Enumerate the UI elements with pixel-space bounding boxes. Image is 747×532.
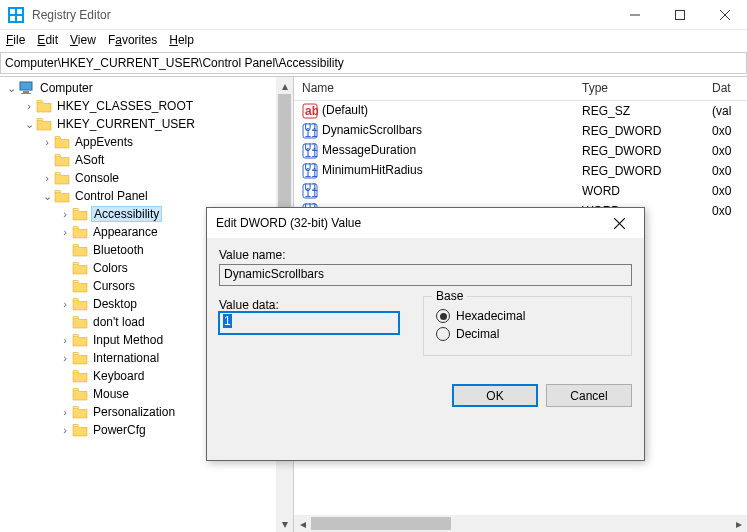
folder-icon: [54, 189, 70, 203]
folder-icon: [36, 99, 52, 113]
radio-icon: [436, 309, 450, 323]
svg-text:110: 110: [305, 186, 319, 199]
chevron-right-icon[interactable]: ›: [58, 352, 72, 364]
value-type: REG_DWORD: [574, 163, 704, 179]
value-name: DynamicScrollbars: [322, 123, 422, 137]
tree-item[interactable]: ›HKEY_CLASSES_ROOT: [0, 97, 293, 115]
svg-text:110: 110: [305, 166, 319, 179]
chevron-right-icon[interactable]: ›: [58, 298, 72, 310]
close-button[interactable]: [702, 0, 747, 30]
list-item[interactable]: 011110DynamicScrollbarsREG_DWORD0x0: [294, 121, 747, 141]
radio-hex[interactable]: Hexadecimal: [436, 309, 619, 323]
tree-label: Keyboard: [91, 369, 146, 383]
tree-label: Appearance: [91, 225, 160, 239]
scroll-left-icon[interactable]: ◂: [294, 515, 311, 532]
list-item[interactable]: 011110WORD0x0: [294, 181, 747, 201]
tree-label: Mouse: [91, 387, 131, 401]
tree-item[interactable]: ›AppEvents: [0, 133, 293, 151]
radio-hex-label: Hexadecimal: [456, 309, 525, 323]
tree-item[interactable]: ›Console: [0, 169, 293, 187]
tree-label: Accessibility: [91, 206, 162, 222]
string-value-icon: ab: [302, 103, 318, 119]
folder-icon: [72, 297, 88, 311]
maximize-button[interactable]: [657, 0, 702, 30]
chevron-right-icon[interactable]: ›: [22, 100, 36, 112]
svg-text:110: 110: [305, 126, 319, 139]
chevron-right-icon[interactable]: ›: [58, 334, 72, 346]
col-type[interactable]: Type: [574, 77, 704, 100]
value-name: MessageDuration: [322, 143, 416, 157]
value-type: REG_DWORD: [574, 123, 704, 139]
tree-label: Computer: [38, 81, 95, 95]
folder-icon: [72, 423, 88, 437]
svg-rect-9: [20, 82, 32, 90]
chevron-right-icon[interactable]: ›: [40, 136, 54, 148]
menubar: File Edit View Favorites Help: [0, 30, 747, 50]
menu-file[interactable]: File: [6, 33, 25, 47]
chevron-right-icon[interactable]: ›: [40, 172, 54, 184]
value-data: 0x0: [704, 163, 747, 179]
tree-label: Personalization: [91, 405, 177, 419]
tree-item[interactable]: ASoft: [0, 151, 293, 169]
ok-button[interactable]: OK: [452, 384, 538, 407]
chevron-down-icon[interactable]: ⌄: [22, 118, 36, 131]
folder-icon: [36, 117, 52, 131]
list-item[interactable]: 011110MessageDurationREG_DWORD0x0: [294, 141, 747, 161]
col-data[interactable]: Dat: [704, 77, 747, 100]
list-header: Name Type Dat: [294, 77, 747, 101]
binary-value-icon: 011110: [302, 183, 318, 199]
svg-rect-2: [17, 9, 22, 14]
chevron-right-icon[interactable]: ›: [58, 226, 72, 238]
tree-item[interactable]: ⌄Control Panel: [0, 187, 293, 205]
list-item[interactable]: 011110MinimumHitRadiusREG_DWORD0x0: [294, 161, 747, 181]
dialog-close-button[interactable]: [603, 208, 635, 238]
folder-icon: [54, 171, 70, 185]
menu-edit[interactable]: Edit: [37, 33, 58, 47]
chevron-right-icon[interactable]: ›: [58, 424, 72, 436]
tree-label: don't load: [91, 315, 147, 329]
value-data-input[interactable]: 1: [219, 312, 399, 334]
tree-item[interactable]: ⌄HKEY_CURRENT_USER: [0, 115, 293, 133]
list-h-scrollbar[interactable]: ◂ ▸: [294, 515, 747, 532]
value-name: (Default): [322, 103, 368, 117]
folder-icon: [72, 243, 88, 257]
folder-icon: [72, 351, 88, 365]
radio-dec[interactable]: Decimal: [436, 327, 619, 341]
address-bar[interactable]: Computer\HKEY_CURRENT_USER\Control Panel…: [0, 52, 747, 74]
svg-rect-11: [21, 93, 31, 94]
chevron-down-icon[interactable]: ⌄: [4, 82, 18, 95]
col-name[interactable]: Name: [294, 77, 574, 100]
folder-icon: [54, 135, 70, 149]
value-list[interactable]: ab(Default)REG_SZ(val011110DynamicScroll…: [294, 101, 747, 221]
value-type: REG_DWORD: [574, 143, 704, 159]
chevron-down-icon[interactable]: ⌄: [40, 190, 54, 203]
chevron-right-icon[interactable]: ›: [58, 208, 72, 220]
radio-icon: [436, 327, 450, 341]
value-data: 0x0: [704, 123, 747, 139]
folder-icon: [72, 405, 88, 419]
cancel-button[interactable]: Cancel: [546, 384, 632, 407]
tree-label: PowerCfg: [91, 423, 148, 437]
radio-dec-label: Decimal: [456, 327, 499, 341]
minimize-button[interactable]: [612, 0, 657, 30]
value-name-label: Value name:: [219, 248, 632, 262]
menu-help[interactable]: Help: [169, 33, 194, 47]
folder-icon: [72, 333, 88, 347]
chevron-right-icon[interactable]: ›: [58, 406, 72, 418]
binary-value-icon: 011110: [302, 123, 318, 139]
menu-favorites[interactable]: Favorites: [108, 33, 157, 47]
value-name: MinimumHitRadius: [322, 163, 423, 177]
value-data-label: Value data:: [219, 298, 399, 312]
tree-root[interactable]: ⌄Computer: [0, 79, 293, 97]
scroll-right-icon[interactable]: ▸: [730, 515, 747, 532]
value-data: 0x0: [704, 143, 747, 159]
binary-value-icon: 011110: [302, 163, 318, 179]
folder-icon: [72, 315, 88, 329]
h-scroll-thumb[interactable]: [311, 517, 451, 530]
menu-view[interactable]: View: [70, 33, 96, 47]
list-item[interactable]: ab(Default)REG_SZ(val: [294, 101, 747, 121]
value-data: 0x0: [704, 183, 747, 199]
svg-rect-3: [10, 16, 15, 21]
scroll-down-icon[interactable]: ▾: [276, 515, 293, 532]
scroll-up-icon[interactable]: ▴: [276, 77, 293, 94]
